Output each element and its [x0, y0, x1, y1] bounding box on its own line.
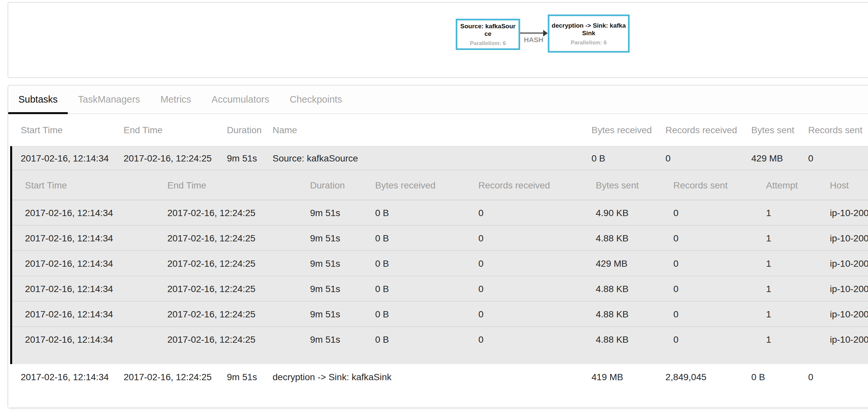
subtask-row-sink[interactable]: 2017-02-16, 12:14:34 2017-02-16, 12:24:2…: [8, 364, 868, 408]
cell-records-received: 2,849,045: [665, 364, 707, 390]
cell-start-time: 2017-02-16, 12:14:34: [21, 364, 109, 390]
cell-records-sent: 0: [673, 226, 679, 251]
column-header-start-time: Start Time: [21, 114, 63, 146]
expanded-subtask-section: 2017-02-16, 12:14:34 2017-02-16, 12:24:2…: [10, 146, 868, 364]
cell-records-sent: 0: [673, 200, 679, 226]
node-parallelism: Parallelism: 6: [571, 40, 607, 46]
graph-edge-arrowhead-icon: [543, 30, 548, 36]
cell-attempt: 1: [766, 251, 771, 276]
cell-records-sent: 0: [673, 276, 679, 302]
tab-label: Metrics: [160, 94, 191, 104]
cell-host: ip-10-200: [830, 200, 868, 226]
cell-records-received: 0: [478, 200, 484, 226]
cell-records-received: 0: [478, 276, 484, 302]
cell-attempt: 1: [766, 327, 771, 352]
column-header-bytes-received: Bytes received: [591, 114, 652, 146]
tab-label: Accumulators: [211, 94, 269, 104]
job-graph-panel: Source: kafkaSource Parallelism: 6 HASH …: [7, 2, 868, 78]
attempt-row: 2017-02-16, 12:14:34 2017-02-16, 12:24:2…: [12, 276, 868, 302]
cell-bytes-received: 0 B: [375, 276, 389, 302]
column-header-records-received: Records received: [478, 170, 550, 200]
cell-bytes-received: 0 B: [375, 327, 389, 352]
cell-end-time: 2017-02-16, 12:24:25: [167, 200, 255, 226]
cell-end-time: 2017-02-16, 12:24:25: [167, 302, 255, 327]
cell-records-received: 0: [478, 226, 484, 251]
cell-bytes-sent: 4.88 KB: [596, 276, 629, 302]
cell-start-time: 2017-02-16, 12:14:34: [21, 146, 109, 170]
cell-bytes-sent: 429 MB: [751, 146, 783, 170]
cell-duration: 9m 51s: [310, 276, 340, 302]
column-header-records-received: Records received: [665, 114, 737, 146]
attempt-row: 2017-02-16, 12:14:34 2017-02-16, 12:24:2…: [12, 327, 868, 352]
cell-records-sent: 0: [673, 251, 679, 276]
cell-end-time: 2017-02-16, 12:24:25: [124, 364, 212, 390]
cell-duration: 9m 51s: [310, 327, 340, 352]
column-header-end-time: End Time: [124, 114, 162, 146]
tab-subtasks[interactable]: Subtasks: [8, 86, 68, 114]
graph-node-sink[interactable]: decryption -> Sink: kafkaSink Parallelis…: [548, 14, 630, 53]
cell-records-sent: 0: [673, 302, 679, 327]
column-header-end-time: End Time: [167, 170, 206, 200]
column-header-bytes-received: Bytes received: [375, 170, 436, 200]
tab-label: Checkpoints: [290, 94, 342, 104]
cell-start-time: 2017-02-16, 12:14:34: [25, 276, 113, 302]
column-header-bytes-sent: Bytes sent: [596, 170, 639, 200]
subtask-row-source[interactable]: 2017-02-16, 12:14:34 2017-02-16, 12:24:2…: [12, 146, 868, 170]
graph-edge-label: HASH: [514, 36, 553, 44]
cell-bytes-sent: 4.88 KB: [596, 226, 629, 251]
cell-host: ip-10-200: [830, 276, 868, 302]
cell-bytes-received: 0 B: [591, 146, 605, 170]
node-title: Source: kafkaSource: [459, 22, 517, 37]
tab-bar: Subtasks TaskManagers Metrics Accumulato…: [8, 86, 868, 114]
column-header-duration: Duration: [227, 114, 262, 146]
node-title: decryption -> Sink: kafkaSink: [551, 22, 626, 37]
column-header-duration: Duration: [310, 170, 345, 200]
subtasks-table-header: Start Time End Time Duration Name Bytes …: [8, 114, 868, 146]
cell-duration: 9m 51s: [310, 302, 340, 327]
cell-duration: 9m 51s: [227, 364, 257, 390]
column-header-start-time: Start Time: [25, 170, 67, 200]
cell-name: Source: kafkaSource: [273, 146, 358, 170]
cell-records-received: 0: [478, 302, 484, 327]
tab-taskmanagers[interactable]: TaskManagers: [68, 86, 150, 114]
graph-edge-line: [520, 33, 543, 34]
cell-records-sent: 0: [673, 327, 679, 352]
cell-host: ip-10-200: [830, 226, 868, 251]
cell-start-time: 2017-02-16, 12:14:34: [25, 251, 113, 276]
cell-attempt: 1: [766, 200, 771, 226]
tab-metrics[interactable]: Metrics: [150, 86, 201, 114]
attempt-row: 2017-02-16, 12:14:34 2017-02-16, 12:24:2…: [12, 200, 868, 226]
graph-node-source[interactable]: Source: kafkaSource Parallelism: 6: [456, 19, 520, 50]
cell-name: decryption -> Sink: kafkaSink: [273, 364, 392, 390]
attempt-row: 2017-02-16, 12:14:34 2017-02-16, 12:24:2…: [12, 226, 868, 251]
attempts-table-header: Start Time End Time Duration Bytes recei…: [12, 170, 868, 200]
cell-bytes-received: 0 B: [375, 302, 389, 327]
cell-host: ip-10-200: [830, 251, 868, 276]
tab-label: TaskManagers: [78, 94, 140, 104]
cell-bytes-sent: 4.88 KB: [596, 327, 629, 352]
cell-end-time: 2017-02-16, 12:24:25: [167, 251, 255, 276]
cell-duration: 9m 51s: [227, 146, 257, 170]
cell-bytes-received: 0 B: [375, 200, 389, 226]
cell-end-time: 2017-02-16, 12:24:25: [167, 226, 255, 251]
column-header-attempt: Attempt: [766, 170, 798, 200]
cell-records-sent: 0: [808, 146, 813, 170]
cell-attempt: 1: [766, 302, 771, 327]
cell-records-sent: 0: [808, 364, 813, 390]
cell-duration: 9m 51s: [310, 226, 340, 251]
cell-bytes-sent: 4.90 KB: [596, 200, 629, 226]
cell-host: ip-10-200: [830, 327, 868, 352]
tab-checkpoints[interactable]: Checkpoints: [279, 86, 352, 114]
cell-records-received: 0: [478, 251, 484, 276]
tab-accumulators[interactable]: Accumulators: [201, 86, 279, 114]
cell-bytes-sent: 4.88 KB: [596, 302, 629, 327]
tab-label: Subtasks: [19, 94, 58, 104]
cell-start-time: 2017-02-16, 12:14:34: [25, 226, 113, 251]
cell-start-time: 2017-02-16, 12:14:34: [25, 200, 113, 226]
column-header-host: Host: [830, 170, 849, 200]
attempt-row: 2017-02-16, 12:14:34 2017-02-16, 12:24:2…: [12, 251, 868, 276]
cell-bytes-received: 0 B: [375, 226, 389, 251]
cell-bytes-received: 419 MB: [591, 364, 623, 390]
column-header-records-sent: Records sent: [808, 114, 862, 146]
cell-bytes-received: 0 B: [375, 251, 389, 276]
